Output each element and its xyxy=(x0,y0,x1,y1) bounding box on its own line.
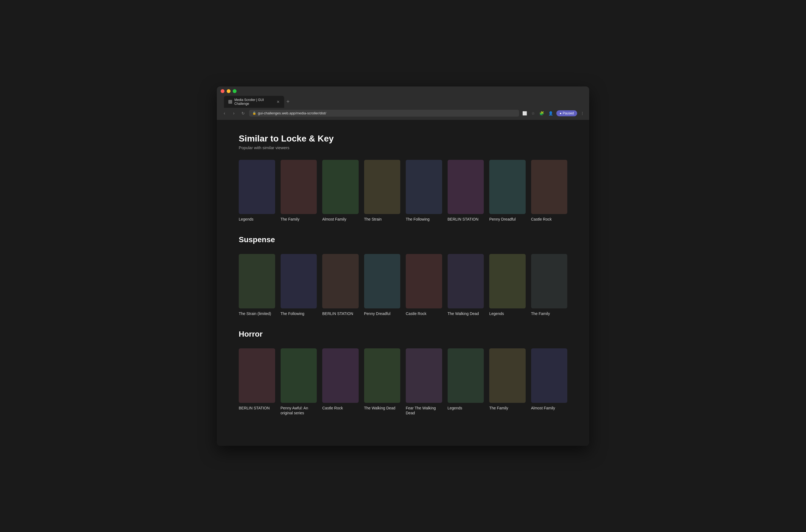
tab-favicon xyxy=(228,100,232,104)
media-title: BERLIN STATION xyxy=(448,217,484,222)
media-item[interactable]: Legends xyxy=(448,348,484,415)
media-item[interactable]: The Walking Dead xyxy=(448,254,484,316)
media-title: BERLIN STATION xyxy=(322,311,359,316)
media-item[interactable]: Penny Awful: An original series xyxy=(281,348,317,415)
nav-buttons: ‹ › ↻ xyxy=(221,110,247,117)
new-tab-button[interactable]: + xyxy=(284,98,292,105)
section-similar-title: Similar to Locke & Key xyxy=(239,134,567,144)
media-title: The Strain xyxy=(364,217,400,222)
media-thumbnail xyxy=(448,348,484,403)
page-content: Similar to Locke & Key Popular with simi… xyxy=(217,120,589,446)
minimize-traffic-light[interactable] xyxy=(227,89,230,93)
media-item[interactable]: The Walking Dead xyxy=(364,348,400,415)
media-item[interactable]: BERLIN STATION xyxy=(322,254,359,316)
media-title: Penny Awful: An original series xyxy=(281,405,317,415)
media-item[interactable]: The Family xyxy=(489,348,526,415)
address-bar[interactable]: 🔒 gui-challenges.web.app/media-scroller/… xyxy=(249,110,519,117)
extension-icon[interactable]: 🧩 xyxy=(538,110,545,117)
section-horror-title: Horror xyxy=(239,330,567,339)
media-item[interactable]: Legends xyxy=(239,160,275,222)
media-thumbnail xyxy=(406,348,442,403)
section-similar-grid: LegendsThe FamilyAlmost FamilyThe Strain… xyxy=(239,160,567,222)
profile-label: Paused xyxy=(563,111,574,115)
media-thumbnail xyxy=(239,160,275,214)
url-text: gui-challenges.web.app/media-scroller/di… xyxy=(258,111,326,115)
menu-icon[interactable]: ⋮ xyxy=(579,110,585,117)
media-thumbnail xyxy=(531,254,567,308)
maximize-traffic-light[interactable] xyxy=(233,89,237,93)
media-item[interactable]: Castle Rock xyxy=(406,254,442,316)
media-item[interactable]: Castle Rock xyxy=(531,160,567,222)
refresh-button[interactable]: ↻ xyxy=(239,110,247,117)
media-thumbnail xyxy=(531,160,567,214)
media-item[interactable]: Legends xyxy=(489,254,526,316)
media-thumbnail xyxy=(364,254,400,308)
media-item[interactable]: Castle Rock xyxy=(322,348,359,415)
media-title: The Following xyxy=(281,311,317,316)
media-title: The Family xyxy=(531,311,567,316)
media-item[interactable]: Penny Dreadful xyxy=(489,160,526,222)
section-similar: Similar to Locke & Key Popular with simi… xyxy=(239,134,567,222)
profile-button[interactable]: ● Paused xyxy=(556,110,577,116)
close-traffic-light[interactable] xyxy=(221,89,225,93)
media-title: The Walking Dead xyxy=(448,311,484,316)
media-item[interactable]: The Strain xyxy=(364,160,400,222)
media-item[interactable]: The Family xyxy=(531,254,567,316)
media-thumbnail xyxy=(239,348,275,403)
section-suspense: Suspense The Strain (limited)The Followi… xyxy=(239,235,567,316)
account-icon[interactable]: 👤 xyxy=(547,110,554,117)
media-thumbnail xyxy=(364,160,400,214)
media-thumbnail xyxy=(364,348,400,403)
media-thumbnail xyxy=(448,160,484,214)
profile-avatar: ● xyxy=(560,111,562,115)
browser-window: Media Scroller | GUI Challenge ✕ + ‹ › ↻… xyxy=(217,87,589,446)
media-item[interactable]: Fear The Walking Dead xyxy=(406,348,442,415)
media-item[interactable]: The Family xyxy=(281,160,317,222)
media-item[interactable]: BERLIN STATION xyxy=(239,348,275,415)
media-title: Almost Family xyxy=(531,405,567,411)
media-item[interactable]: BERLIN STATION xyxy=(448,160,484,222)
media-title: The Family xyxy=(281,217,317,222)
media-item[interactable]: The Following xyxy=(281,254,317,316)
tab-title: Media Scroller | GUI Challenge xyxy=(235,98,273,106)
media-title: The Strain (limited) xyxy=(239,311,275,316)
media-item[interactable]: Penny Dreadful xyxy=(364,254,400,316)
media-title: Legends xyxy=(489,311,526,316)
media-item[interactable]: Almost Family xyxy=(531,348,567,415)
tab-close-button[interactable]: ✕ xyxy=(277,100,280,104)
back-button[interactable]: ‹ xyxy=(221,110,228,117)
media-title: The Following xyxy=(406,217,442,222)
media-title: Penny Dreadful xyxy=(364,311,400,316)
section-similar-subtitle: Popular with similar viewers xyxy=(239,145,567,150)
media-title: Legends xyxy=(448,405,484,411)
section-horror: Horror BERLIN STATIONPenny Awful: An ori… xyxy=(239,330,567,415)
media-thumbnail xyxy=(322,160,359,214)
cast-icon[interactable]: ⬜ xyxy=(521,110,528,117)
media-thumbnail xyxy=(489,348,526,403)
media-thumbnail xyxy=(406,254,442,308)
media-title: Legends xyxy=(239,217,275,222)
media-thumbnail xyxy=(322,254,359,308)
media-title: Fear The Walking Dead xyxy=(406,405,442,415)
section-suspense-title: Suspense xyxy=(239,235,567,244)
media-item[interactable]: The Strain (limited) xyxy=(239,254,275,316)
media-title: BERLIN STATION xyxy=(239,405,275,411)
media-item[interactable]: Almost Family xyxy=(322,160,359,222)
media-title: Almost Family xyxy=(322,217,359,222)
media-item[interactable]: The Following xyxy=(406,160,442,222)
media-title: The Walking Dead xyxy=(364,405,400,411)
media-thumbnail xyxy=(489,254,526,308)
media-title: Castle Rock xyxy=(406,311,442,316)
media-thumbnail xyxy=(531,348,567,403)
forward-button[interactable]: › xyxy=(230,110,238,117)
media-thumbnail xyxy=(281,254,317,308)
media-thumbnail xyxy=(406,160,442,214)
browser-tab[interactable]: Media Scroller | GUI Challenge ✕ xyxy=(224,96,284,108)
bookmark-icon[interactable]: ☆ xyxy=(530,110,536,117)
media-thumbnail xyxy=(239,254,275,308)
media-title: The Family xyxy=(489,405,526,411)
media-title: Castle Rock xyxy=(531,217,567,222)
media-thumbnail xyxy=(322,348,359,403)
media-thumbnail xyxy=(489,160,526,214)
media-title: Penny Dreadful xyxy=(489,217,526,222)
